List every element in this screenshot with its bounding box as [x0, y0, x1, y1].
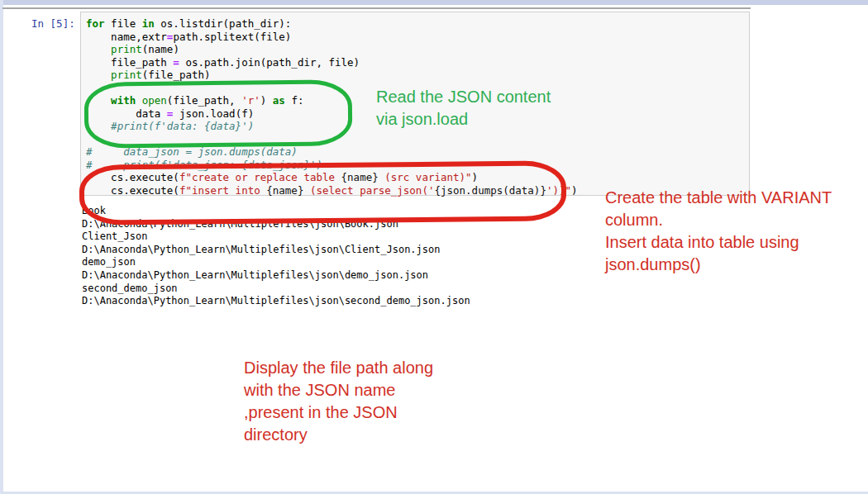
note-line: via json.load — [376, 108, 551, 131]
note-line: ,present in the JSON — [244, 401, 433, 424]
code-line[interactable]: print(file_path) — [86, 69, 746, 82]
code-line[interactable]: file_path = os.path.join(path_dir, file) — [86, 56, 746, 69]
code-line[interactable]: print(name) — [86, 43, 746, 56]
note-line: with the JSON name — [244, 379, 433, 401]
window-top-border — [0, 0, 868, 5]
cell-top-divider — [2, 7, 751, 9]
note-line: Insert data into table using — [605, 231, 832, 254]
red-annotation-note-bottom: Display the file path alongwith the JSON… — [244, 357, 433, 446]
code-line[interactable]: # data_json = json.dumps(data) — [86, 145, 746, 159]
cell-output-text: Book D:\Anaconda\Python_Learn\Multiplefi… — [82, 205, 470, 308]
note-line: Create the table with VARIANT — [605, 187, 832, 209]
code-line[interactable]: for file in os.listdir(path_dir): — [86, 17, 746, 31]
window-left-border — [0, 0, 3, 494]
note-line: directory — [244, 424, 433, 446]
code-line[interactable] — [86, 133, 746, 146]
note-line: column. — [605, 209, 832, 231]
note-line: Display the file path along — [244, 357, 433, 379]
green-annotation-note: Read the JSON contentvia json.load — [376, 86, 551, 131]
code-line[interactable]: cs.execute(f"create or replace table {na… — [86, 171, 746, 184]
code-line[interactable]: # print(f'data_json: {data_json}') — [86, 159, 746, 172]
note-line: Read the JSON content — [376, 86, 551, 108]
code-line[interactable]: name,extr=path.splitext(file) — [86, 31, 746, 44]
note-line: json.dumps() — [605, 254, 832, 276]
red-annotation-note-right: Create the table with VARIANTcolumn.Inse… — [605, 187, 832, 276]
cell-execution-prompt: In [5]: — [31, 17, 75, 31]
